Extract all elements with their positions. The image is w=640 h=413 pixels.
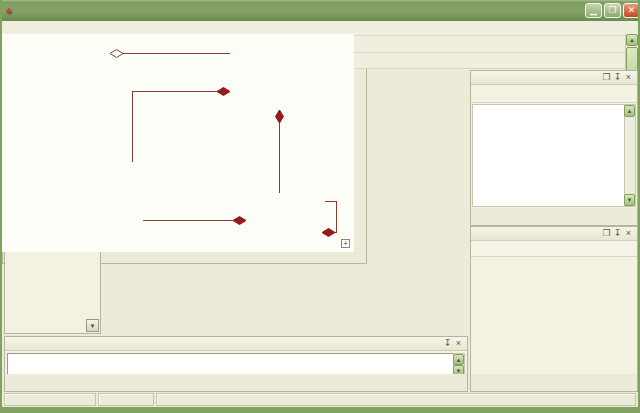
expand-button[interactable]: +	[341, 239, 350, 248]
properties-panel: ❐ ↧ ×	[470, 226, 638, 392]
pin-icon[interactable]: ↧	[612, 228, 623, 239]
composition-diamond-icon	[275, 110, 284, 123]
edge-addressbook-contact-v[interactable]	[132, 91, 133, 162]
scroll-up-icon[interactable]: ▲	[624, 105, 635, 117]
pin-icon[interactable]: ↧	[612, 72, 623, 83]
edge-contactgroup-self-b[interactable]	[336, 201, 337, 233]
app-logo-icon: ✶	[4, 4, 18, 18]
composition-diamond-icon	[233, 216, 246, 225]
status-cell	[98, 393, 154, 406]
diagram-canvas[interactable]: +	[2, 34, 354, 252]
explorer-tabs	[471, 208, 637, 225]
close-icon[interactable]: ×	[623, 228, 634, 239]
model-tree	[472, 104, 626, 207]
pin-icon[interactable]: ↧	[442, 338, 453, 349]
properties-tabs	[471, 374, 637, 391]
scroll-down-icon[interactable]: ▼	[624, 194, 635, 206]
maximize-button[interactable]: ❐	[604, 3, 621, 18]
properties-header: ❐ ↧ ×	[471, 227, 637, 241]
composition-diamond-icon	[322, 228, 335, 237]
scroll-up-icon[interactable]: ▲	[626, 34, 638, 46]
edge-addressbook-contactgroup[interactable]	[279, 122, 280, 193]
model-explorer-toolbar	[471, 85, 637, 103]
scroll-up-icon[interactable]: ▲	[453, 354, 464, 365]
minimize-button[interactable]: ▁	[585, 3, 602, 18]
output-tabs	[5, 374, 467, 391]
close-button[interactable]: ✕	[623, 3, 640, 18]
status-bar	[2, 392, 638, 407]
float-icon[interactable]: ❐	[601, 228, 612, 239]
title-bar[interactable]: ✶ ▁ ❐ ✕	[0, 0, 640, 21]
edge-contact-contactgroup[interactable]	[143, 220, 233, 221]
edge-addressbook-account[interactable]	[123, 53, 230, 54]
status-text	[156, 393, 636, 406]
edge-addressbook-contact-h[interactable]	[132, 91, 218, 92]
output-panel: ↧ × ▲ ▼	[4, 336, 468, 392]
aggregation-diamond-icon	[110, 49, 123, 58]
output-header: ↧ ×	[5, 337, 467, 351]
model-explorer-header: ❐ ↧ ×	[471, 71, 637, 85]
staruml-window: ✶ ▁ ❐ ✕ ▼ ▼ ▼ ↧ × ▾	[0, 0, 640, 413]
properties-subject	[471, 241, 637, 257]
tree-scrollbar[interactable]: ▲ ▼	[624, 104, 636, 207]
close-icon[interactable]: ×	[623, 72, 634, 83]
composition-diamond-icon	[217, 87, 230, 96]
model-explorer-panel: ❐ ↧ × ▲ ▼	[470, 70, 638, 226]
float-icon[interactable]: ❐	[601, 72, 612, 83]
document-area: ↧ × + ▲ ▼	[2, 0, 367, 264]
status-cell	[4, 393, 96, 406]
close-icon[interactable]: ×	[453, 338, 464, 349]
toolbox-scroll-down-button[interactable]: ▼	[86, 319, 99, 332]
